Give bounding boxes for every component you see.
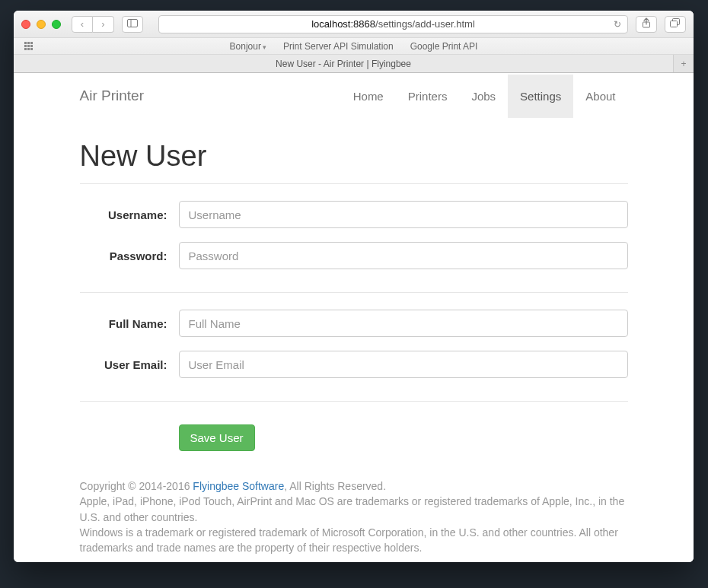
email-input[interactable] xyxy=(179,351,628,378)
nav-settings[interactable]: Settings xyxy=(508,75,573,118)
share-button[interactable] xyxy=(636,16,657,33)
password-input[interactable] xyxy=(179,242,628,269)
bookmark-googleprint[interactable]: Google Print API xyxy=(410,41,478,52)
save-user-button[interactable]: Save User xyxy=(179,424,255,451)
bookmark-bonjour[interactable]: Bonjour▾ xyxy=(230,41,266,52)
share-icon xyxy=(642,17,651,30)
fullname-input[interactable] xyxy=(179,310,628,337)
chevron-down-icon: ▾ xyxy=(263,43,266,51)
address-bar[interactable]: localhost:8868/settings/add-user.html ↻ xyxy=(158,15,628,33)
back-to-top-link[interactable]: Back to top xyxy=(80,561,137,562)
plus-icon: + xyxy=(681,59,686,69)
nav-home[interactable]: Home xyxy=(341,75,396,118)
bookmark-label: Bonjour xyxy=(230,41,261,52)
field-username: Username: xyxy=(80,201,628,228)
svg-rect-0 xyxy=(128,20,138,27)
nav-printers[interactable]: Printers xyxy=(396,75,460,118)
nav-tabs: Home Printers Jobs Settings About xyxy=(341,75,628,118)
chevron-right-icon: › xyxy=(101,18,104,30)
nav-jobs[interactable]: Jobs xyxy=(459,75,508,118)
sidebar-toggle-button[interactable] xyxy=(122,16,143,33)
chevron-left-icon: ‹ xyxy=(81,18,84,30)
url-host: localhost:8868 xyxy=(311,18,375,30)
bookmark-printserver[interactable]: Print Server API Simulation xyxy=(283,41,394,52)
divider xyxy=(80,183,628,184)
minimize-window-button[interactable] xyxy=(37,20,46,29)
footer: Copyright © 2014-2016 Flyingbee Software… xyxy=(80,478,628,562)
field-password: Password: xyxy=(80,242,628,269)
browser-window: ‹ › localhost:8868/settings/add-user.htm… xyxy=(14,11,694,562)
page-content: Air Printer Home Printers Jobs Settings … xyxy=(14,73,694,562)
copyright-pre: Copyright © 2014-2016 xyxy=(80,480,193,492)
window-controls xyxy=(21,20,61,29)
nav-about[interactable]: About xyxy=(573,75,627,118)
field-fullname: Full Name: xyxy=(80,310,628,337)
brand-title[interactable]: Air Printer xyxy=(80,87,144,104)
reload-button[interactable]: ↻ xyxy=(614,19,621,30)
nav-back-forward: ‹ › xyxy=(72,16,114,33)
company-link[interactable]: Flyingbee Software xyxy=(193,480,284,492)
tabs-button[interactable] xyxy=(665,16,686,33)
username-label: Username: xyxy=(80,208,167,221)
zoom-window-button[interactable] xyxy=(52,20,61,29)
forward-button[interactable]: › xyxy=(93,16,114,33)
trademark-line-1: Apple, iPad, iPhone, iPod Touch, AirPrin… xyxy=(80,494,628,525)
toolbar-right xyxy=(636,16,686,33)
apps-grid-icon[interactable] xyxy=(24,42,33,51)
page-title: New User xyxy=(80,140,628,173)
bookmarks-bar: Bonjour▾ Print Server API Simulation Goo… xyxy=(14,38,694,55)
reload-icon: ↻ xyxy=(614,19,621,30)
sidebar-icon xyxy=(127,19,138,29)
new-tab-button[interactable]: + xyxy=(674,55,694,72)
email-label: User Email: xyxy=(80,358,167,371)
tab-title: New User - Air Printer | Flyingbee xyxy=(276,59,411,69)
close-window-button[interactable] xyxy=(21,20,30,29)
username-input[interactable] xyxy=(179,201,628,228)
svg-rect-4 xyxy=(671,21,678,27)
browser-tab[interactable]: New User - Air Printer | Flyingbee xyxy=(14,55,674,72)
password-label: Password: xyxy=(80,250,167,262)
browser-titlebar: ‹ › localhost:8868/settings/add-user.htm… xyxy=(14,11,694,38)
site-navbar: Air Printer Home Printers Jobs Settings … xyxy=(80,73,628,119)
tab-strip: New User - Air Printer | Flyingbee + xyxy=(14,55,694,73)
tabs-icon xyxy=(670,18,681,30)
trademark-line-2: Windows is a trademark or registered tra… xyxy=(80,525,628,556)
back-button[interactable]: ‹ xyxy=(72,16,93,33)
fullname-label: Full Name: xyxy=(80,317,167,330)
copyright-post: , All Rights Reserved. xyxy=(284,480,386,492)
url-path: /settings/add-user.html xyxy=(375,18,475,30)
field-email: User Email: xyxy=(80,351,628,378)
